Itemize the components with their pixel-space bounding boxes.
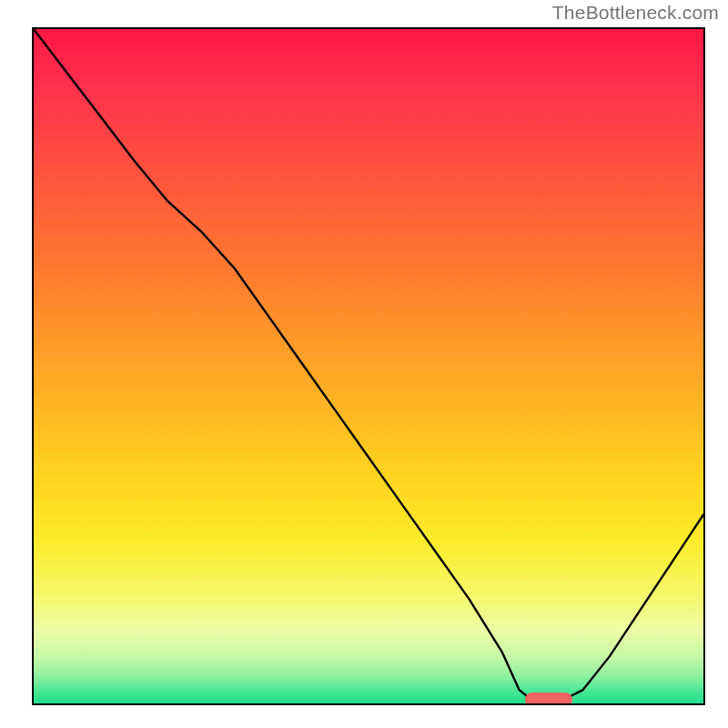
bottleneck-curve xyxy=(34,29,703,703)
watermark-text: TheBottleneck.com xyxy=(552,2,719,24)
chart-container: TheBottleneck.com xyxy=(0,0,728,728)
optimal-range-marker xyxy=(525,693,572,705)
plot-area xyxy=(32,27,705,705)
